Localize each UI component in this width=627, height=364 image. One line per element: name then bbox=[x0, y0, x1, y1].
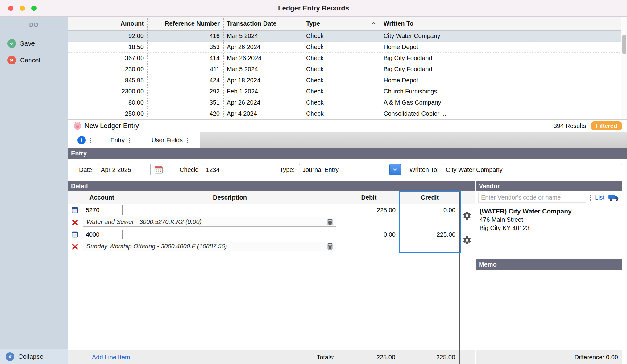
vendor-list-link[interactable]: List bbox=[595, 194, 604, 201]
calendar-button[interactable] bbox=[153, 164, 164, 175]
cell-amount: 845.95 bbox=[68, 75, 148, 86]
detail-column-account: Account bbox=[82, 191, 122, 204]
cell-date: Mar 5 2024 bbox=[224, 31, 303, 41]
column-header-type[interactable]: Type bbox=[303, 17, 380, 30]
credit-cell-active[interactable]: 225.00 bbox=[400, 228, 460, 241]
vendor-section-title: Vendor bbox=[479, 183, 500, 190]
written-to-label: Written To: bbox=[409, 166, 439, 173]
info-icon[interactable]: i bbox=[77, 136, 86, 144]
calculator-icon bbox=[326, 242, 334, 250]
main-panel: Amount Reference Number Transaction Date… bbox=[68, 17, 627, 364]
record-row[interactable]: 2300.00 292 Feb 1 2024 Check Church Furn… bbox=[68, 86, 627, 97]
cell-reference: 411 bbox=[148, 64, 224, 75]
record-row[interactable]: 367.00 414 Mar 26 2024 Check Big City Fo… bbox=[68, 53, 627, 64]
difference-value: 0.00 bbox=[606, 354, 618, 361]
entry-form: Date: bbox=[68, 159, 627, 181]
delete-line-button[interactable] bbox=[68, 216, 82, 228]
truck-icon[interactable] bbox=[608, 194, 619, 202]
column-header-written-to[interactable]: Written To bbox=[380, 17, 460, 30]
account-lookup-button[interactable] bbox=[68, 204, 82, 216]
calculator-button[interactable] bbox=[326, 242, 334, 250]
entry-section-header: Entry bbox=[68, 148, 627, 159]
record-row[interactable]: 230.00 411 Mar 5 2024 Check Big City Foo… bbox=[68, 64, 627, 75]
account-lookup-button[interactable] bbox=[68, 228, 82, 241]
vendor-menu-handle-icon[interactable] bbox=[590, 195, 591, 201]
entry-section-title: Entry bbox=[71, 150, 87, 157]
scrollbar-thumb[interactable] bbox=[622, 35, 626, 54]
tab-menu-handle-icon[interactable] bbox=[90, 138, 91, 143]
tab-user-fields[interactable]: User Fields bbox=[140, 132, 200, 148]
column-header-reference[interactable]: Reference Number bbox=[148, 17, 224, 30]
credit-empty-cell bbox=[400, 216, 460, 228]
tab-entry[interactable]: Entry bbox=[101, 132, 140, 148]
record-row[interactable]: 250.00 420 Apr 4 2024 Check Consolidated… bbox=[68, 108, 627, 119]
zoom-window-button[interactable] bbox=[31, 6, 37, 11]
tab-entry-label: Entry bbox=[110, 137, 125, 144]
record-row[interactable]: 845.95 424 Apr 18 2024 Check Home Depot bbox=[68, 75, 627, 86]
tab-menu-handle-icon[interactable] bbox=[187, 138, 188, 143]
type-select-button[interactable] bbox=[389, 164, 401, 175]
memo-field[interactable] bbox=[476, 270, 622, 350]
check-label: Check: bbox=[180, 166, 199, 173]
type-select[interactable]: Journal Entry bbox=[299, 164, 401, 175]
calculator-button[interactable] bbox=[326, 218, 334, 226]
titlebar: Ledger Entry Records bbox=[0, 0, 627, 17]
description-input[interactable] bbox=[122, 230, 336, 239]
cell-written-to: City Water Company bbox=[380, 31, 460, 41]
account-info-cell: Sunday Worship Offering - 3000.4000.F (1… bbox=[82, 241, 338, 253]
debit-cell[interactable]: 225.00 bbox=[338, 204, 400, 216]
date-input[interactable] bbox=[98, 164, 151, 175]
column-header-amount[interactable]: Amount bbox=[68, 17, 148, 30]
detail-gear-column bbox=[460, 191, 475, 204]
close-window-button[interactable] bbox=[8, 6, 13, 11]
column-header-date[interactable]: Transaction Date bbox=[224, 17, 303, 30]
cell-written-to: Consolidated Copier ... bbox=[380, 108, 460, 119]
account-input[interactable] bbox=[83, 205, 121, 215]
check-number-input[interactable] bbox=[203, 164, 268, 175]
cell-date: Mar 5 2024 bbox=[224, 64, 303, 75]
detail-footer: Add Line Item Totals: 225.00 225.00 bbox=[68, 350, 475, 364]
account-input[interactable] bbox=[83, 230, 121, 239]
text-cursor bbox=[436, 231, 436, 238]
traffic-lights bbox=[8, 6, 37, 11]
vendor-search-input[interactable] bbox=[478, 193, 586, 203]
cell-type: Check bbox=[303, 108, 380, 119]
minimize-window-button[interactable] bbox=[20, 6, 25, 11]
red-x-icon bbox=[71, 243, 79, 250]
tab-menu-handle-icon[interactable] bbox=[129, 138, 130, 143]
cancel-button[interactable]: Cancel bbox=[0, 54, 68, 67]
do-sidebar: DO Save Cancel C bbox=[0, 17, 68, 364]
check-circle-icon bbox=[7, 39, 16, 48]
filtered-badge[interactable]: Filtered bbox=[591, 121, 622, 130]
record-title: New Ledger Entry bbox=[85, 122, 139, 130]
credit-cell[interactable]: 0.00 bbox=[400, 204, 460, 216]
record-row[interactable]: 80.00 351 Apr 26 2024 Check A & M Gas Co… bbox=[68, 97, 627, 108]
date-label: Date: bbox=[79, 166, 94, 173]
collapse-button[interactable]: Collapse bbox=[0, 349, 68, 364]
delete-line-button[interactable] bbox=[68, 241, 82, 253]
cell-type: Check bbox=[303, 31, 380, 41]
record-row[interactable]: 92.00 416 Mar 5 2024 Check City Water Co… bbox=[68, 31, 627, 42]
type-select-value: Journal Entry bbox=[302, 166, 339, 173]
add-line-item-link[interactable]: Add Line Item bbox=[92, 354, 130, 361]
cell-amount: 18.50 bbox=[68, 42, 148, 52]
save-button[interactable]: Save bbox=[0, 37, 68, 50]
cell-reference: 424 bbox=[148, 75, 224, 86]
debit-cell[interactable]: 0.00 bbox=[338, 228, 400, 241]
records-header-row: Amount Reference Number Transaction Date… bbox=[68, 17, 627, 31]
cell-amount: 92.00 bbox=[68, 31, 148, 41]
line-settings-button[interactable] bbox=[462, 211, 472, 221]
chevron-down-icon bbox=[392, 167, 398, 172]
written-to-input[interactable] bbox=[443, 164, 622, 175]
vendor-name: (WATER) City Water Company bbox=[480, 207, 618, 216]
cell-reference: 351 bbox=[148, 97, 224, 108]
cell-filler bbox=[460, 108, 627, 119]
records-scrollbar[interactable] bbox=[621, 17, 627, 119]
record-row[interactable]: 18.50 353 Apr 26 2024 Check Home Depot bbox=[68, 42, 627, 53]
description-input[interactable] bbox=[122, 205, 336, 215]
sort-ascending-icon bbox=[371, 22, 376, 25]
cell-written-to: Church Furnishings ... bbox=[380, 86, 460, 97]
column-header-filler bbox=[460, 17, 627, 30]
window-title: Ledger Entry Records bbox=[0, 4, 627, 12]
line-settings-button[interactable] bbox=[462, 235, 472, 245]
